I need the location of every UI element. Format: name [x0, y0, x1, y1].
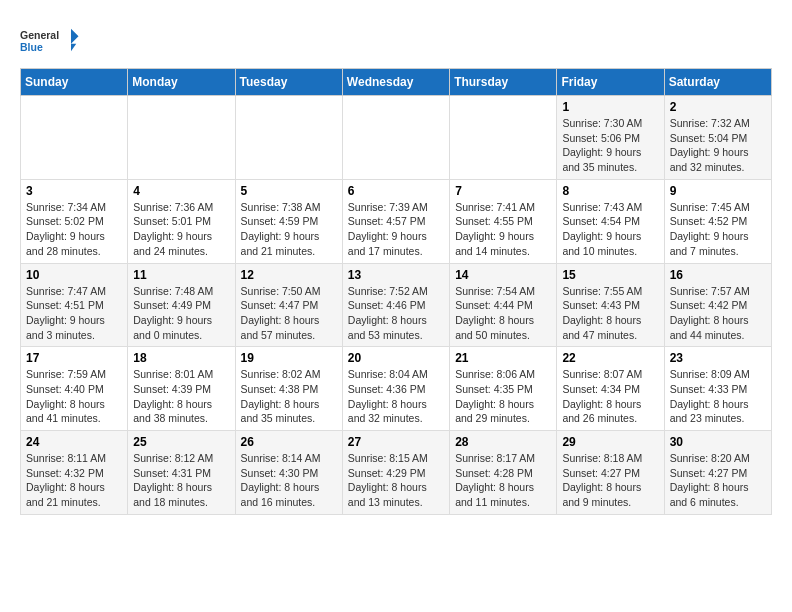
day-number: 15 [562, 268, 658, 282]
calendar-cell: 3Sunrise: 7:34 AM Sunset: 5:02 PM Daylig… [21, 179, 128, 263]
calendar-cell: 8Sunrise: 7:43 AM Sunset: 4:54 PM Daylig… [557, 179, 664, 263]
day-info: Sunrise: 7:36 AM Sunset: 5:01 PM Dayligh… [133, 200, 229, 259]
calendar-cell: 16Sunrise: 7:57 AM Sunset: 4:42 PM Dayli… [664, 263, 771, 347]
day-number: 2 [670, 100, 766, 114]
day-info: Sunrise: 7:45 AM Sunset: 4:52 PM Dayligh… [670, 200, 766, 259]
day-number: 1 [562, 100, 658, 114]
calendar-cell: 14Sunrise: 7:54 AM Sunset: 4:44 PM Dayli… [450, 263, 557, 347]
svg-text:Blue: Blue [20, 41, 43, 53]
calendar-cell: 12Sunrise: 7:50 AM Sunset: 4:47 PM Dayli… [235, 263, 342, 347]
day-number: 3 [26, 184, 122, 198]
calendar-cell [235, 96, 342, 180]
calendar-cell: 22Sunrise: 8:07 AM Sunset: 4:34 PM Dayli… [557, 347, 664, 431]
day-number: 8 [562, 184, 658, 198]
day-number: 17 [26, 351, 122, 365]
calendar-cell: 7Sunrise: 7:41 AM Sunset: 4:55 PM Daylig… [450, 179, 557, 263]
day-info: Sunrise: 8:09 AM Sunset: 4:33 PM Dayligh… [670, 367, 766, 426]
day-number: 16 [670, 268, 766, 282]
calendar-cell: 10Sunrise: 7:47 AM Sunset: 4:51 PM Dayli… [21, 263, 128, 347]
day-info: Sunrise: 8:04 AM Sunset: 4:36 PM Dayligh… [348, 367, 444, 426]
calendar-cell: 20Sunrise: 8:04 AM Sunset: 4:36 PM Dayli… [342, 347, 449, 431]
calendar-cell [450, 96, 557, 180]
day-info: Sunrise: 8:06 AM Sunset: 4:35 PM Dayligh… [455, 367, 551, 426]
day-info: Sunrise: 7:34 AM Sunset: 5:02 PM Dayligh… [26, 200, 122, 259]
calendar-cell: 17Sunrise: 7:59 AM Sunset: 4:40 PM Dayli… [21, 347, 128, 431]
calendar-cell: 21Sunrise: 8:06 AM Sunset: 4:35 PM Dayli… [450, 347, 557, 431]
calendar-cell: 23Sunrise: 8:09 AM Sunset: 4:33 PM Dayli… [664, 347, 771, 431]
col-header-tuesday: Tuesday [235, 69, 342, 96]
calendar-cell: 18Sunrise: 8:01 AM Sunset: 4:39 PM Dayli… [128, 347, 235, 431]
day-info: Sunrise: 7:50 AM Sunset: 4:47 PM Dayligh… [241, 284, 337, 343]
day-number: 7 [455, 184, 551, 198]
calendar-cell: 19Sunrise: 8:02 AM Sunset: 4:38 PM Dayli… [235, 347, 342, 431]
day-info: Sunrise: 7:39 AM Sunset: 4:57 PM Dayligh… [348, 200, 444, 259]
day-info: Sunrise: 7:52 AM Sunset: 4:46 PM Dayligh… [348, 284, 444, 343]
day-number: 9 [670, 184, 766, 198]
day-number: 12 [241, 268, 337, 282]
col-header-wednesday: Wednesday [342, 69, 449, 96]
logo: General Blue [20, 20, 80, 60]
day-info: Sunrise: 8:11 AM Sunset: 4:32 PM Dayligh… [26, 451, 122, 510]
day-number: 4 [133, 184, 229, 198]
day-info: Sunrise: 7:59 AM Sunset: 4:40 PM Dayligh… [26, 367, 122, 426]
calendar-cell: 25Sunrise: 8:12 AM Sunset: 4:31 PM Dayli… [128, 431, 235, 515]
col-header-friday: Friday [557, 69, 664, 96]
day-info: Sunrise: 7:54 AM Sunset: 4:44 PM Dayligh… [455, 284, 551, 343]
day-info: Sunrise: 7:43 AM Sunset: 4:54 PM Dayligh… [562, 200, 658, 259]
day-info: Sunrise: 7:55 AM Sunset: 4:43 PM Dayligh… [562, 284, 658, 343]
day-number: 18 [133, 351, 229, 365]
day-info: Sunrise: 8:01 AM Sunset: 4:39 PM Dayligh… [133, 367, 229, 426]
calendar-cell [342, 96, 449, 180]
day-info: Sunrise: 8:14 AM Sunset: 4:30 PM Dayligh… [241, 451, 337, 510]
day-number: 23 [670, 351, 766, 365]
calendar-cell: 11Sunrise: 7:48 AM Sunset: 4:49 PM Dayli… [128, 263, 235, 347]
day-info: Sunrise: 7:57 AM Sunset: 4:42 PM Dayligh… [670, 284, 766, 343]
day-info: Sunrise: 8:02 AM Sunset: 4:38 PM Dayligh… [241, 367, 337, 426]
col-header-thursday: Thursday [450, 69, 557, 96]
svg-marker-2 [71, 29, 79, 52]
day-number: 29 [562, 435, 658, 449]
calendar-cell: 30Sunrise: 8:20 AM Sunset: 4:27 PM Dayli… [664, 431, 771, 515]
logo-svg: General Blue [20, 20, 80, 60]
day-info: Sunrise: 7:48 AM Sunset: 4:49 PM Dayligh… [133, 284, 229, 343]
day-number: 11 [133, 268, 229, 282]
header: General Blue [20, 20, 772, 60]
calendar-cell [128, 96, 235, 180]
col-header-saturday: Saturday [664, 69, 771, 96]
day-number: 20 [348, 351, 444, 365]
day-info: Sunrise: 8:12 AM Sunset: 4:31 PM Dayligh… [133, 451, 229, 510]
svg-text:General: General [20, 29, 59, 41]
day-info: Sunrise: 8:15 AM Sunset: 4:29 PM Dayligh… [348, 451, 444, 510]
day-info: Sunrise: 7:41 AM Sunset: 4:55 PM Dayligh… [455, 200, 551, 259]
day-number: 19 [241, 351, 337, 365]
calendar-cell [21, 96, 128, 180]
calendar-cell: 2Sunrise: 7:32 AM Sunset: 5:04 PM Daylig… [664, 96, 771, 180]
day-info: Sunrise: 7:47 AM Sunset: 4:51 PM Dayligh… [26, 284, 122, 343]
day-number: 5 [241, 184, 337, 198]
calendar-cell: 26Sunrise: 8:14 AM Sunset: 4:30 PM Dayli… [235, 431, 342, 515]
day-number: 10 [26, 268, 122, 282]
day-number: 13 [348, 268, 444, 282]
day-number: 25 [133, 435, 229, 449]
day-info: Sunrise: 8:07 AM Sunset: 4:34 PM Dayligh… [562, 367, 658, 426]
day-number: 21 [455, 351, 551, 365]
day-number: 30 [670, 435, 766, 449]
calendar-cell: 13Sunrise: 7:52 AM Sunset: 4:46 PM Dayli… [342, 263, 449, 347]
day-info: Sunrise: 7:32 AM Sunset: 5:04 PM Dayligh… [670, 116, 766, 175]
calendar-cell: 6Sunrise: 7:39 AM Sunset: 4:57 PM Daylig… [342, 179, 449, 263]
day-info: Sunrise: 7:30 AM Sunset: 5:06 PM Dayligh… [562, 116, 658, 175]
day-info: Sunrise: 7:38 AM Sunset: 4:59 PM Dayligh… [241, 200, 337, 259]
day-number: 28 [455, 435, 551, 449]
day-number: 24 [26, 435, 122, 449]
day-number: 6 [348, 184, 444, 198]
calendar: SundayMondayTuesdayWednesdayThursdayFrid… [20, 68, 772, 515]
calendar-cell: 1Sunrise: 7:30 AM Sunset: 5:06 PM Daylig… [557, 96, 664, 180]
calendar-cell: 28Sunrise: 8:17 AM Sunset: 4:28 PM Dayli… [450, 431, 557, 515]
day-number: 22 [562, 351, 658, 365]
calendar-cell: 27Sunrise: 8:15 AM Sunset: 4:29 PM Dayli… [342, 431, 449, 515]
day-info: Sunrise: 8:17 AM Sunset: 4:28 PM Dayligh… [455, 451, 551, 510]
calendar-cell: 9Sunrise: 7:45 AM Sunset: 4:52 PM Daylig… [664, 179, 771, 263]
col-header-monday: Monday [128, 69, 235, 96]
col-header-sunday: Sunday [21, 69, 128, 96]
day-number: 14 [455, 268, 551, 282]
